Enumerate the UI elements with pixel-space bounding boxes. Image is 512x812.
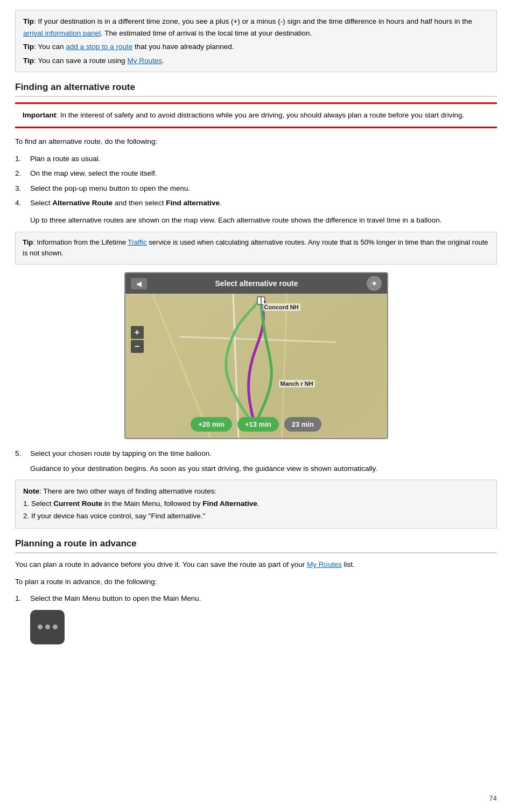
map-roads-svg: ✦ [125,294,387,438]
map-zoom-controls: + − [131,326,144,353]
svg-rect-0 [125,294,387,438]
map-container: ◀ Select alternative route ⌖ [15,272,497,439]
note-header: Note: There are two other ways of findin… [23,485,489,498]
tip1-label: Tip [23,17,34,25]
dot2 [45,624,50,629]
section2-intro1: You can plan a route in advance before y… [15,559,497,571]
important-label: Important [23,111,56,119]
map-label-manchester: Manch r NH [279,380,315,387]
note-item1: 1. Select Current Route in the Main Menu… [23,498,489,510]
page-number: 74 [489,794,497,802]
important-block: Important: In the interest of safety and… [15,102,497,128]
section1-intro: To find an alternative route, do the fol… [15,136,497,148]
alternative-route-map: ◀ Select alternative route ⌖ [124,272,388,439]
step-1: 1. Plan a route as usual. [15,153,497,165]
tip2-label: Tip [23,43,34,51]
step2-num: 2. [15,168,30,179]
map-body: ✦ Concord NH Manch r NH + − +20 min +13 … [125,294,387,438]
map-label-concord: Concord NH [263,303,300,311]
section2-intro2: To plan a route in advance, do the follo… [15,576,497,588]
gps-icon: ⌖ [367,276,382,291]
tip3: Tip: You can save a route using My Route… [23,55,489,67]
note-label: Note [23,487,39,495]
steps-list: 1. Plan a route as usual. 2. On the map … [15,153,497,209]
step5-text: Select your chosen route by tapping on t… [30,448,497,460]
tip1: Tip: If your destination is in a differe… [23,16,489,39]
map-header: ◀ Select alternative route ⌖ [125,273,387,294]
step3-num: 3. [15,183,30,195]
section2-steps: 1. Select the Main Menu button to open t… [15,593,497,605]
step-4: 4. Select Alternative Route and then sel… [15,197,497,209]
step5-indent: Guidance to your destination begins. As … [30,463,497,475]
step4-num: 4. [15,197,30,209]
step-3: 3. Select the pop-up menu button to open… [15,183,497,195]
step1-text: Plan a route as usual. [30,153,497,165]
map-back-button[interactable]: ◀ [131,278,147,289]
tip2: Tip: You can add a stop to a route that … [23,41,489,53]
step4-indent: Up to three alternative routes are shown… [30,214,497,226]
tip3-label: Tip [23,57,34,65]
arrival-info-panel-link[interactable]: arrival information panel [23,29,101,37]
section2-step1-num: 1. [15,593,30,605]
balloon-23[interactable]: 23 min [284,417,321,432]
tip-inner: Tip: Information from the Lifetime Traff… [15,232,497,265]
dot1 [38,624,43,629]
my-routes-link-s2[interactable]: My Routes [307,560,342,568]
section2-step1: 1. Select the Main Menu button to open t… [15,593,497,605]
note-block: Note: There are two other ways of findin… [15,480,497,529]
balloon-plus20[interactable]: +20 min [191,417,232,432]
step5-list: 5. Select your chosen route by tapping o… [15,448,497,460]
step-5: 5. Select your chosen route by tapping o… [15,448,497,460]
tip-inner-label: Tip [23,238,33,246]
section2-heading: Planning a route in advance [15,538,497,553]
step5-num: 5. [15,448,30,460]
tip-block-top: Tip: If your destination is in a differe… [15,10,497,72]
step2-text: On the map view, select the route itself… [30,168,497,179]
zoom-in-button[interactable]: + [131,326,144,339]
balloon-row: +20 min +13 min 23 min [125,417,387,432]
main-menu-button-image [30,610,65,644]
section2-step1-text: Select the Main Menu button to open the … [30,593,497,605]
step4-text: Select Alternative Route and then select… [30,197,497,209]
section1-heading: Finding an alternative route [15,82,497,97]
my-routes-link-tip3[interactable]: My Routes [127,57,162,65]
step3-text: Select the pop-up menu button to open th… [30,183,497,195]
balloon-plus13[interactable]: +13 min [237,417,279,432]
step-2: 2. On the map view, select the route its… [15,168,497,179]
menu-dots [38,624,58,629]
add-stop-link[interactable]: add a stop to a route [66,43,132,51]
map-title: Select alternative route [215,279,298,288]
dot3 [53,624,58,629]
traffic-link[interactable]: Traffic [128,238,146,246]
step1-num: 1. [15,153,30,165]
zoom-out-button[interactable]: − [131,340,144,353]
note-item2: 2. If your device has voice control, say… [23,510,489,523]
